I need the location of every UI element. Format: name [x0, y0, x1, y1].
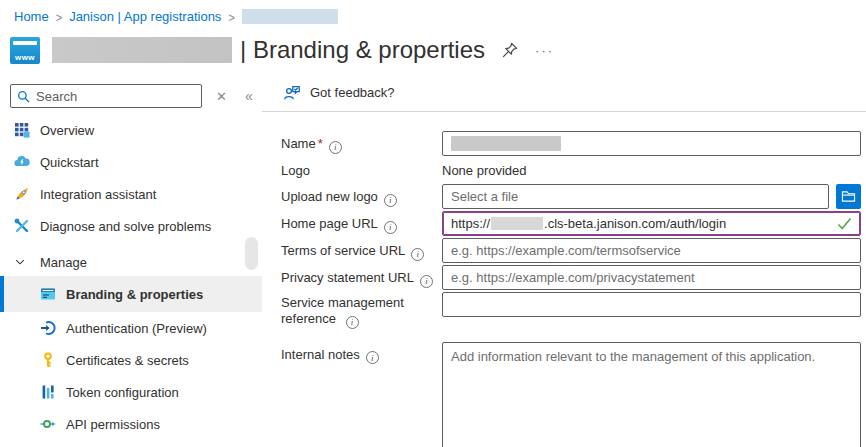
api-arrow-icon: [40, 416, 56, 432]
got-feedback-button[interactable]: Got feedback?: [283, 84, 395, 102]
sidebar-group-manage[interactable]: Manage: [0, 248, 262, 276]
key-icon: [40, 352, 56, 368]
sidebar-item-certificates-secrets[interactable]: Certificates & secrets: [0, 344, 262, 376]
tools-icon: [14, 218, 30, 234]
clear-search-icon[interactable]: ✕: [216, 89, 227, 104]
pin-icon[interactable]: [501, 41, 519, 59]
more-options-icon[interactable]: ···: [535, 43, 554, 58]
form-row-name: Name*i: [281, 131, 866, 156]
sidebar-scrollbar-thumb[interactable]: [245, 237, 258, 270]
form-row-terms-url: Terms of service URLi: [281, 238, 866, 263]
sign-in-icon: [40, 320, 56, 336]
rocket-icon: [14, 186, 30, 202]
privacy-url-label: Privacy statement URLi: [281, 265, 442, 288]
main-panel: Got feedback? Name*i Logo None provided: [262, 74, 866, 436]
home-page-url-input[interactable]: https://.cls-beta.janison.com/auth/login: [442, 211, 861, 236]
page-title: | Branding & properties: [240, 36, 485, 64]
breadcrumb-current-redacted[interactable]: [242, 9, 338, 24]
form-row-service-management-reference: Service management reference i: [281, 292, 866, 329]
name-value-redacted: [451, 136, 561, 151]
url-suffix: .cls-beta.janison.com/auth/login: [544, 216, 726, 231]
logo-label: Logo: [281, 158, 442, 179]
valid-checkmark-icon: [837, 217, 852, 230]
sidebar-item-branding-properties[interactable]: Branding & properties: [0, 276, 262, 312]
service-management-reference-input[interactable]: [442, 292, 861, 317]
sidebar-nav: Overview Quickstart: [0, 114, 262, 440]
collapse-sidebar-icon[interactable]: «: [245, 88, 253, 104]
sidebar-item-label: Diagnose and solve problems: [40, 219, 211, 234]
logo-value: None provided: [442, 158, 861, 178]
name-input[interactable]: [442, 131, 861, 156]
sidebar-search-box[interactable]: [10, 84, 202, 108]
sidebar-item-label: Branding & properties: [66, 287, 203, 302]
sidebar-item-api-permissions[interactable]: API permissions: [0, 408, 262, 440]
form-row-upload-logo: Upload new logoi: [281, 184, 866, 209]
page-header: www | Branding & properties ···: [0, 28, 866, 74]
terms-url-label: Terms of service URLi: [281, 238, 442, 261]
breadcrumb: Home > Janison | App registrations >: [0, 0, 866, 28]
form-row-home-page-url: Home page URLi https://.cls-beta.janison…: [281, 211, 866, 236]
sidebar: ✕ « Overview: [0, 74, 262, 436]
sidebar-item-label: Token configuration: [66, 385, 179, 400]
sidebar-group-label: Manage: [40, 255, 87, 270]
info-icon[interactable]: i: [411, 248, 424, 261]
info-icon[interactable]: i: [366, 351, 379, 364]
sidebar-item-quickstart[interactable]: Quickstart: [0, 146, 262, 178]
sidebar-item-integration-assistant[interactable]: Integration assistant: [0, 178, 262, 210]
terms-url-input[interactable]: [442, 238, 861, 263]
chevron-right-icon: >: [56, 9, 62, 23]
sidebar-item-label: Quickstart: [40, 155, 99, 170]
sidebar-item-label: Overview: [40, 123, 94, 138]
search-icon: [17, 90, 30, 103]
quickstart-cloud-icon: [14, 154, 30, 170]
app-name-redacted: [52, 37, 232, 63]
sidebar-item-label: Authentication (Preview): [66, 321, 207, 336]
required-asterisk: *: [318, 136, 323, 151]
browser-window-icon: [40, 286, 56, 302]
sidebar-item-authentication[interactable]: Authentication (Preview): [0, 312, 262, 344]
breadcrumb-app-registrations[interactable]: Janison | App registrations: [69, 9, 221, 24]
token-bars-icon: [40, 384, 56, 400]
info-icon[interactable]: i: [384, 194, 397, 207]
sidebar-item-label: Certificates & secrets: [66, 353, 189, 368]
name-label: Name*i: [281, 131, 442, 154]
form-row-internal-notes: Internal notesi: [281, 342, 866, 447]
branding-form: Name*i Logo None provided Upload new log…: [262, 112, 866, 447]
sidebar-item-label: API permissions: [66, 417, 160, 432]
chevron-right-icon: >: [228, 9, 234, 23]
service-management-reference-label: Service management reference i: [281, 292, 442, 329]
url-tenant-redacted: [491, 217, 543, 230]
breadcrumb-home[interactable]: Home: [14, 9, 49, 24]
search-input[interactable]: [36, 89, 195, 104]
sidebar-item-diagnose[interactable]: Diagnose and solve problems: [0, 210, 262, 242]
form-row-privacy-url: Privacy statement URLi: [281, 265, 866, 290]
got-feedback-label: Got feedback?: [310, 85, 395, 100]
sidebar-item-overview[interactable]: Overview: [0, 114, 262, 146]
upload-logo-label: Upload new logoi: [281, 184, 442, 207]
info-icon[interactable]: i: [329, 141, 342, 154]
folder-icon: [841, 190, 856, 203]
info-icon[interactable]: i: [384, 221, 397, 234]
overview-grid-icon: [14, 122, 30, 138]
form-row-logo: Logo None provided: [281, 158, 866, 182]
www-browser-icon: www: [10, 37, 40, 64]
internal-notes-textarea[interactable]: [442, 342, 861, 447]
privacy-url-input[interactable]: [442, 265, 861, 290]
upload-logo-input[interactable]: [442, 184, 829, 209]
browse-file-button[interactable]: [836, 184, 861, 209]
feedback-person-icon: [283, 84, 301, 102]
chevron-down-icon: [14, 256, 26, 268]
command-bar: Got feedback?: [262, 74, 866, 112]
internal-notes-label: Internal notesi: [281, 342, 442, 365]
home-page-url-label: Home page URLi: [281, 211, 442, 234]
info-icon[interactable]: i: [420, 275, 433, 288]
sidebar-item-token-configuration[interactable]: Token configuration: [0, 376, 262, 408]
sidebar-item-label: Integration assistant: [40, 187, 156, 202]
url-prefix: https://: [451, 216, 490, 231]
info-icon[interactable]: i: [346, 316, 359, 329]
